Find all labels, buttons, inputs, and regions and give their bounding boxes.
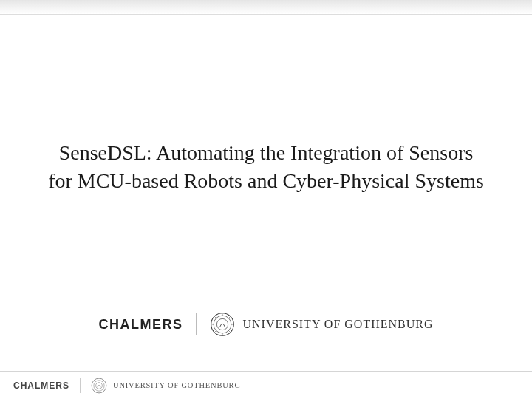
footer: CHALMERS UNIVERSITY OF GOTHENBURG — [0, 371, 532, 399]
gothenburg-seal-icon — [210, 312, 235, 337]
main-content: SenseDSL: Automating the Integration of … — [0, 44, 532, 312]
svg-point-0 — [211, 313, 234, 336]
gothenburg-logo-text: UNIVERSITY OF GOTHENBURG — [242, 318, 433, 331]
svg-point-13 — [96, 382, 103, 389]
footer-divider — [80, 378, 81, 393]
footer-chalmers-text: CHALMERS — [13, 381, 69, 391]
gothenburg-logo: UNIVERSITY OF GOTHENBURG — [210, 312, 433, 337]
slide: SenseDSL: Automating the Integration of … — [0, 0, 532, 399]
footer-gothenburg: UNIVERSITY OF GOTHENBURG — [91, 378, 241, 394]
top-gradient-bar — [0, 0, 532, 15]
chalmers-logo-text: CHALMERS — [98, 317, 183, 332]
header-space — [0, 15, 532, 44]
logo-row: CHALMERS UNIVERSITY OF GOTHE — [0, 312, 532, 371]
slide-title: SenseDSL: Automating the Integration of … — [44, 139, 488, 195]
footer-gothenburg-seal-icon — [91, 378, 107, 394]
svg-point-12 — [94, 380, 104, 390]
logo-divider — [196, 313, 197, 335]
footer-gothenburg-text: UNIVERSITY OF GOTHENBURG — [113, 381, 241, 389]
svg-point-2 — [217, 318, 228, 330]
